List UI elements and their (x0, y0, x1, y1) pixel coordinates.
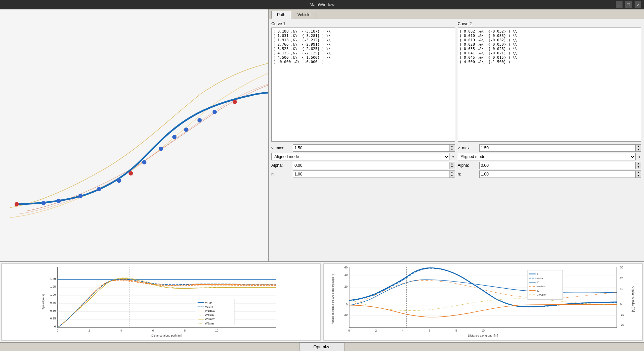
svg-text:2: 2 (375, 329, 377, 332)
curve2-vmax-down[interactable]: ▼ (636, 148, 641, 151)
svg-text:θ: θ (537, 272, 538, 275)
svg-text:40: 40 (344, 273, 348, 277)
curve1-vmax-up[interactable]: ▲ (449, 145, 455, 148)
svg-text:4: 4 (402, 329, 404, 332)
svg-point-1 (15, 202, 19, 206)
curve1-alpha-input[interactable] (293, 162, 449, 169)
curve2-alpha-up[interactable]: ▲ (636, 162, 641, 165)
svg-text:0.75: 0.75 (50, 301, 56, 304)
curve2-alpha-down[interactable]: ▼ (636, 165, 641, 169)
svg-text:Distance along path [m]: Distance along path [m] (468, 334, 498, 337)
curve1-alpha-row: Alpha: ▲ ▼ (271, 162, 455, 169)
curve1-n-down[interactable]: ▼ (449, 174, 455, 178)
svg-text:-20: -20 (620, 323, 625, 327)
speed-chart: 0 0.25 0.50 0.75 1.00 1.25 1.50 0 2 4 (1, 263, 321, 341)
svg-text:Distance along path [m]: Distance along path [m] (151, 334, 181, 337)
tab-path[interactable]: Path (271, 11, 291, 19)
svg-text:-20: -20 (343, 313, 348, 316)
curve2-n-row: n: ▲ ▼ (458, 170, 642, 178)
curve1-n-spin: ▲ ▼ (449, 171, 455, 178)
title-bar: MainWindow — ❐ ✕ (0, 0, 644, 9)
curve2-vmax-input-wrap: ▲ ▼ (479, 144, 642, 152)
svg-text:8: 8 (184, 329, 186, 332)
bottom-area: 0 0.25 0.50 0.75 1.00 1.25 1.50 0 2 4 (0, 261, 644, 342)
svg-rect-15 (40, 264, 282, 340)
curve1-vmax-down[interactable]: ▼ (449, 148, 455, 151)
svg-point-6 (117, 179, 121, 183)
curve2-vmax-label: v_max: (458, 146, 478, 150)
curve2-mode-select[interactable]: Aligned mode (458, 153, 636, 160)
svg-point-4 (78, 194, 83, 198)
right-panel: Path Vehicle Curve 1 ( 0.188 ,&\ {-3.187… (268, 9, 644, 261)
svg-text:6: 6 (429, 329, 430, 332)
curve2-vmax-input[interactable] (480, 145, 636, 151)
svg-text:60: 60 (344, 266, 348, 269)
optimize-bar: Optimize (0, 342, 644, 351)
svg-text:10: 10 (620, 287, 624, 291)
svg-text:20: 20 (344, 285, 348, 288)
restore-button[interactable]: ❐ (625, 1, 632, 8)
curve2-n-down[interactable]: ▼ (636, 174, 641, 178)
curve1-vmax-input[interactable] (293, 145, 449, 151)
window-controls: — ❐ ✕ (616, 0, 641, 9)
svg-text:0: 0 (54, 325, 56, 328)
close-button[interactable]: ✕ (635, 1, 641, 8)
svg-text:V1sim: V1sim (205, 305, 213, 308)
curve2-textarea[interactable]: ( 0.002 ,&\ {-0.032} ) \\ ( 0.010 ,&\ {-… (458, 28, 642, 142)
curve2-alpha-input[interactable] (480, 162, 636, 169)
curve1-mode-select[interactable]: Aligned mode (271, 153, 449, 160)
svg-text:ωw2sim: ωw2sim (537, 293, 546, 296)
curves-row: Curve 1 ( 0.188 ,&\ {-3.187} ) \\ ( 1.03… (271, 21, 641, 259)
curve1-n-row: n: ▲ ▼ (271, 170, 455, 178)
svg-text:-10: -10 (620, 313, 625, 316)
svg-text:0.50: 0.50 (50, 309, 56, 312)
curve1-n-input-wrap: ▲ ▼ (293, 170, 455, 178)
svg-text:30: 30 (620, 266, 624, 269)
svg-text:Angular velocity [°/s]: Angular velocity [°/s] (632, 286, 635, 312)
tab-vehicle[interactable]: Vehicle (292, 11, 316, 19)
curve2-n-label: n: (458, 172, 478, 177)
curve2-alpha-input-wrap: ▲ ▼ (479, 162, 642, 169)
minimize-button[interactable]: — (616, 1, 623, 8)
svg-point-12 (198, 118, 202, 122)
panel-content: Curve 1 ( 0.188 ,&\ {-3.187} ) \\ ( 1.03… (269, 19, 644, 261)
curve1-n-up[interactable]: ▲ (449, 171, 455, 174)
curve1-vmax-label: v_max: (271, 146, 291, 150)
curve1-textarea[interactable]: ( 0.188 ,&\ {-3.187} ) \\ ( 1.031 ,&\ {-… (271, 28, 455, 142)
svg-point-5 (97, 187, 101, 191)
svg-text:1.00: 1.00 (50, 293, 56, 296)
svg-point-11 (184, 128, 188, 132)
curve1-alpha-up[interactable]: ▲ (449, 162, 455, 165)
svg-rect-0 (0, 47, 268, 224)
svg-point-2 (42, 201, 46, 205)
svg-text:20: 20 (620, 277, 624, 280)
curve1-controls: v_max: ▲ ▼ (271, 144, 455, 178)
svg-text:ωsim: ωsim (537, 277, 543, 280)
svg-text:1.25: 1.25 (50, 285, 56, 288)
tab-bar: Path Vehicle (269, 9, 644, 19)
curve2-n-spin: ▲ ▼ (635, 171, 641, 178)
curve2-n-up[interactable]: ▲ (636, 171, 641, 174)
curve1-title: Curve 1 (271, 21, 455, 26)
curve1-vmax-input-wrap: ▲ ▼ (293, 144, 455, 152)
optimize-button[interactable]: Optimize (300, 343, 344, 351)
curve2-n-input-wrap: ▲ ▼ (479, 170, 642, 178)
svg-text:W1max: W1max (205, 309, 215, 312)
svg-text:0: 0 (57, 329, 58, 332)
svg-text:W2max: W2max (205, 317, 215, 321)
curve1-alpha-label: Alpha: (271, 163, 291, 168)
svg-text:0: 0 (346, 303, 347, 306)
curve1-n-input[interactable] (293, 171, 449, 178)
curve1-vmax-spin: ▲ ▼ (449, 145, 455, 151)
curve2-panel: Curve 2 ( 0.002 ,&\ {-0.032} ) \\ ( 0.01… (458, 21, 642, 259)
curve1-alpha-down[interactable]: ▼ (449, 165, 455, 169)
curve2-n-input[interactable] (480, 171, 636, 178)
curve1-alpha-input-wrap: ▲ ▼ (293, 162, 455, 169)
svg-text:ωw1sim: ωw1sim (537, 285, 546, 288)
svg-text:4: 4 (120, 329, 122, 332)
curve1-mode-row: Aligned mode ▼ (271, 153, 455, 160)
svg-text:δ1: δ1 (537, 281, 540, 284)
curve2-vmax-up[interactable]: ▲ (636, 145, 641, 148)
svg-point-14 (233, 100, 237, 104)
curve1-alpha-spin: ▲ ▼ (449, 162, 455, 169)
